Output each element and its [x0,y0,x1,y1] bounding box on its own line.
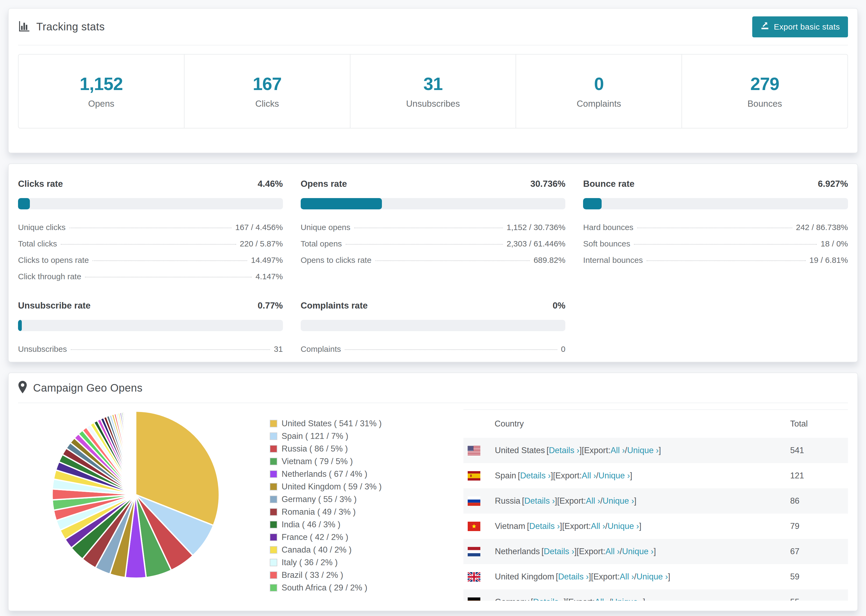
legend-label: Germany ( 55 / 3% ) [282,495,357,504]
unsubscribe-rate-value: 0.77% [258,300,283,311]
bracket: ] [639,522,641,531]
stat-cell-unsubscribes: 31Unsubscribes [350,55,516,128]
bracket: ] [551,471,553,481]
separator: / [605,522,608,531]
bounce-rate-value: 6.927% [818,179,848,189]
table-row-us: United States [Details ›] [Export: All ›… [463,438,848,463]
stat-label: Opens [19,99,184,109]
total-cell: 79 [790,522,848,531]
bounce-rate-title: Bounce rate [583,179,635,189]
export-all-link[interactable]: All › [595,597,609,601]
dotted-leader [637,228,792,228]
export-unique-link[interactable]: Unique › [603,496,634,506]
stats-summary-row: 1,152Opens167Clicks31Unsubscribes0Compla… [18,54,848,129]
export-basic-stats-button[interactable]: Export basic stats [752,16,848,37]
details-link[interactable]: Details › [558,572,589,581]
geo-header: Campaign Geo Opens [18,373,848,402]
header-divider [18,45,848,46]
legend-item-united-states: United States ( 541 / 31% ) [270,419,420,428]
tracking-stats-page: Tracking stats Export basic stats 1,152O… [0,0,866,616]
detail-value: 31 [274,344,283,354]
bounce-rate-bar-fill [583,198,601,209]
dotted-leader [345,349,557,350]
rate-detail-row: Unique opens1,152 / 30.736% [301,223,565,232]
unsubscribe-rate-title: Unsubscribe rate [18,300,91,311]
export-unique-link[interactable]: Unique › [598,471,630,481]
dotted-leader [69,228,231,228]
details-link[interactable]: Details › [533,597,564,601]
rate-detail-row: Hard bounces242 / 86.738% [583,223,848,232]
legend-item-spain: Spain ( 121 / 7% ) [270,431,420,441]
country-cell: Spain [Details ›] [Export: All › / Uniqu… [463,471,790,481]
export-unique-link[interactable]: Unique › [636,572,668,581]
export-all-link[interactable]: All › [605,547,620,556]
rate-detail-row: Opens to clicks rate689.82% [301,256,565,265]
bracket: ] [630,471,632,481]
export-all-link[interactable]: All › [586,496,600,506]
opens-rate-bar-fill [301,198,382,209]
bracket: ] [555,496,557,506]
legend-swatch [270,521,277,528]
geo-opens-table: Country Total United States [Details ›] … [463,409,848,601]
detail-value: 14.497% [251,256,283,265]
country-cell: United States [Details ›] [Export: All ›… [463,446,790,455]
export-unique-link[interactable]: Unique › [608,522,639,531]
detail-value: 242 / 86.738% [796,223,848,232]
stat-cell-clicks: 167Clicks [184,55,350,128]
export-all-link[interactable]: All › [611,446,625,455]
details-link[interactable]: Details › [524,496,555,506]
separator: / [620,547,622,556]
geo-pie-wrap [49,403,222,611]
total-cell: 86 [790,496,848,506]
bounce-rate-panel: Bounce rate6.927%Hard bounces242 / 86.73… [583,179,848,281]
legend-item-india: India ( 46 / 3% ) [270,520,420,530]
clicks-rate-value: 4.46% [258,179,283,189]
legend-swatch [270,483,277,490]
details-link[interactable]: Details › [549,446,579,455]
bounce-rate-bar [583,198,848,209]
export-icon [760,21,770,32]
export-button-label: Export basic stats [774,22,840,31]
detail-label: Internal bounces [583,256,643,265]
table-row-de: Germany [Details ›] [Export: All › / Uni… [463,589,848,601]
legend-item-germany: Germany ( 55 / 3% ) [270,495,420,504]
export-unique-link[interactable]: Unique › [627,446,659,455]
flag-russia-icon [468,497,495,506]
export-prefix: [Export: [562,522,591,531]
export-all-link[interactable]: All › [591,522,605,531]
bracket: ] [564,597,566,601]
details-link[interactable]: Details › [520,471,551,481]
export-all-link[interactable]: All › [582,471,596,481]
opens-rate-bar [301,198,565,209]
bracket: [ [522,496,524,506]
flag-spain-icon [468,471,495,481]
detail-value: 689.82% [534,256,565,265]
detail-value: 167 / 4.456% [235,223,283,232]
export-all-link[interactable]: All › [620,572,634,581]
total-cell: 121 [790,471,848,481]
clicks-rate-bar-fill [18,198,30,209]
legend-swatch [270,533,277,541]
bracket: [ [542,547,544,556]
bracket: ] [653,547,656,556]
bracket: ] [659,446,661,455]
separator: / [600,496,603,506]
export-unique-link[interactable]: Unique › [622,547,653,556]
dotted-leader [634,244,817,245]
tracking-stats-card: Tracking stats Export basic stats 1,152O… [8,8,858,153]
geo-table-header: Country Total [463,410,848,438]
legend-item-romania: Romania ( 49 / 3% ) [270,507,420,517]
stat-label: Unsubscribes [350,99,516,109]
separator: / [625,446,627,455]
bracket: [ [518,471,520,481]
details-link[interactable]: Details › [529,522,560,531]
stat-value: 1,152 [19,75,184,93]
country-cell: Germany [Details ›] [Export: All › / Uni… [463,597,790,601]
dotted-leader [93,261,247,261]
export-unique-link[interactable]: Unique › [611,597,643,601]
dotted-leader [85,277,252,277]
country-name: Spain [495,471,516,481]
unsubscribe-rate-panel: Unsubscribe rate0.77%Unsubscribes31 [18,300,283,354]
details-link[interactable]: Details › [544,547,575,556]
country-name: United Kingdom [495,572,554,581]
